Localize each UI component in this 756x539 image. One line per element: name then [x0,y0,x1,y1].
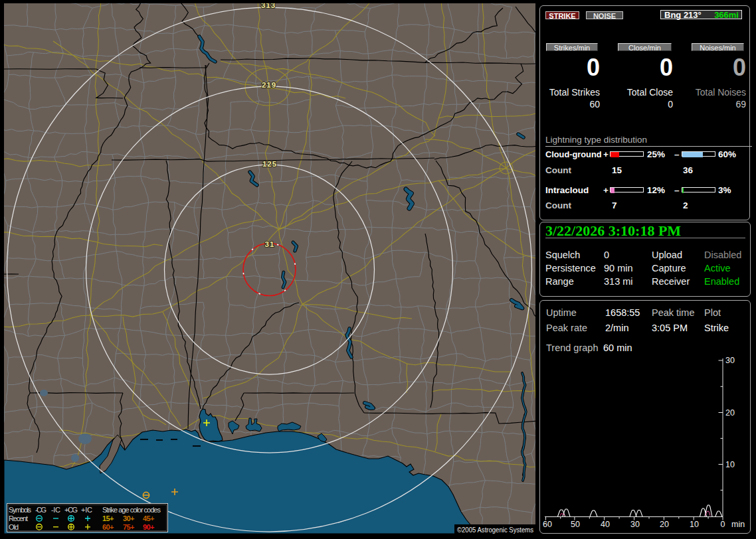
svg-text:10: 10 [725,460,735,469]
svg-text:-CG: -CG [35,506,47,514]
svg-text:30: 30 [725,356,735,365]
svg-text:Recent: Recent [9,514,28,522]
svg-text:219: 219 [262,81,276,89]
svg-text:-IC: -IC [51,506,60,514]
svg-text:Strike age color codes: Strike age color codes [102,506,161,514]
svg-text:90+: 90+ [143,523,155,531]
svg-text:20: 20 [660,520,669,529]
svg-text:Symbols: Symbols [9,506,32,514]
svg-text:60: 60 [543,520,552,529]
svg-text:Old: Old [9,523,19,531]
svg-text:15+: 15+ [102,514,114,522]
svg-text:20: 20 [725,408,735,418]
svg-text:31: 31 [265,240,275,248]
svg-text:40: 40 [601,520,610,529]
svg-text:313: 313 [261,3,276,9]
svg-text:30: 30 [630,520,640,529]
svg-text:+CG: +CG [64,506,78,514]
svg-text:75+: 75+ [123,523,135,531]
svg-text:60+: 60+ [102,523,114,531]
svg-text:45+: 45+ [143,514,155,522]
svg-text:30+: 30+ [123,514,135,522]
svg-text:min: min [731,520,745,529]
svg-text:©2005 Astrogenic Systems: ©2005 Astrogenic Systems [457,526,533,534]
svg-text:10: 10 [690,520,699,529]
svg-text:0: 0 [721,520,725,529]
svg-text:125: 125 [262,160,277,168]
svg-text:50: 50 [571,520,580,529]
svg-text:+IC: +IC [81,506,92,514]
